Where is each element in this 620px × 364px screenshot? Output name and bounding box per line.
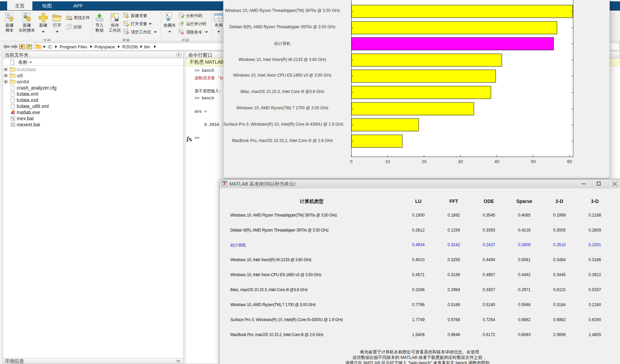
svg-text:40: 40 [494,159,499,164]
svg-text:30: 30 [458,159,463,164]
svg-text:60: 60 [567,159,572,164]
svg-text:20: 20 [421,159,426,164]
svg-text:50: 50 [531,159,536,164]
svg-text:10: 10 [385,159,390,164]
svg-text:0: 0 [350,159,352,164]
